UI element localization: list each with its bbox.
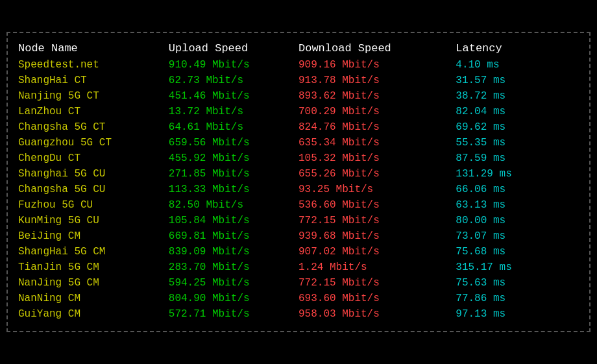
cell-download: 907.02 Mbit/s — [298, 244, 456, 260]
cell-node: BeiJing CM — [18, 228, 169, 244]
cell-node: TianJin 5G CM — [18, 260, 169, 275]
cell-latency: 38.72 ms — [456, 88, 579, 104]
cell-download: 939.68 Mbit/s — [298, 228, 456, 244]
table-row: Guangzhou 5G CT659.56 Mbit/s635.34 Mbit/… — [18, 135, 579, 151]
cell-node: ShangHai CT — [18, 73, 169, 88]
table-row: KunMing 5G CU105.84 Mbit/s772.15 Mbit/s8… — [18, 213, 579, 228]
cell-latency: 75.68 ms — [456, 244, 579, 260]
table-row: Shanghai 5G CU271.85 Mbit/s655.26 Mbit/s… — [18, 166, 579, 182]
table-row: TianJin 5G CM283.70 Mbit/s1.24 Mbit/s315… — [18, 260, 579, 275]
cell-node: ShangHai 5G CM — [18, 244, 169, 260]
cell-download: 893.62 Mbit/s — [298, 88, 456, 104]
table-row: Nanjing 5G CT451.46 Mbit/s893.62 Mbit/s3… — [18, 88, 579, 104]
cell-upload: 572.71 Mbit/s — [169, 306, 298, 322]
cell-node: Nanjing 5G CT — [18, 88, 169, 104]
cell-upload: 455.92 Mbit/s — [169, 151, 298, 166]
cell-download: 655.26 Mbit/s — [298, 166, 456, 182]
cell-download: 772.15 Mbit/s — [298, 275, 456, 291]
cell-latency: 77.86 ms — [456, 291, 579, 306]
cell-latency: 66.06 ms — [456, 182, 579, 197]
cell-latency: 69.62 ms — [456, 119, 579, 135]
cell-upload: 669.81 Mbit/s — [169, 228, 298, 244]
header-upload: Upload Speed — [169, 40, 298, 57]
cell-download: 105.32 Mbit/s — [298, 151, 456, 166]
cell-node: Changsha 5G CT — [18, 119, 169, 135]
cell-download: 635.34 Mbit/s — [298, 135, 456, 151]
cell-upload: 113.33 Mbit/s — [169, 182, 298, 197]
cell-latency: 55.35 ms — [456, 135, 579, 151]
table-row: GuiYang CM572.71 Mbit/s958.03 Mbit/s97.1… — [18, 306, 579, 322]
main-container: Node Name Upload Speed Download Speed La… — [6, 32, 591, 332]
cell-upload: 105.84 Mbit/s — [169, 213, 298, 228]
cell-download: 909.16 Mbit/s — [298, 57, 456, 73]
cell-upload: 64.61 Mbit/s — [169, 119, 298, 135]
speed-table: Node Name Upload Speed Download Speed La… — [18, 40, 579, 322]
cell-node: LanZhou CT — [18, 104, 169, 119]
cell-latency: 31.57 ms — [456, 73, 579, 88]
table-row: BeiJing CM669.81 Mbit/s939.68 Mbit/s73.0… — [18, 228, 579, 244]
cell-download: 536.60 Mbit/s — [298, 197, 456, 213]
table-row: Fuzhou 5G CU82.50 Mbit/s536.60 Mbit/s63.… — [18, 197, 579, 213]
cell-node: NanJing 5G CM — [18, 275, 169, 291]
table-row: ShangHai CT62.73 Mbit/s913.78 Mbit/s31.5… — [18, 73, 579, 88]
cell-latency: 4.10 ms — [456, 57, 579, 73]
header-node: Node Name — [18, 40, 169, 57]
cell-latency: 73.07 ms — [456, 228, 579, 244]
cell-node: KunMing 5G CU — [18, 213, 169, 228]
table-row: NanNing CM804.90 Mbit/s693.60 Mbit/s77.8… — [18, 291, 579, 306]
cell-latency: 315.17 ms — [456, 260, 579, 275]
table-row: Changsha 5G CU113.33 Mbit/s93.25 Mbit/s6… — [18, 182, 579, 197]
cell-download: 93.25 Mbit/s — [298, 182, 456, 197]
cell-download: 824.76 Mbit/s — [298, 119, 456, 135]
cell-upload: 13.72 Mbit/s — [169, 104, 298, 119]
cell-node: Shanghai 5G CU — [18, 166, 169, 182]
cell-upload: 451.46 Mbit/s — [169, 88, 298, 104]
cell-latency: 80.00 ms — [456, 213, 579, 228]
table-row: ChengDu CT455.92 Mbit/s105.32 Mbit/s87.5… — [18, 151, 579, 166]
header-latency: Latency — [456, 40, 579, 57]
cell-download: 913.78 Mbit/s — [298, 73, 456, 88]
cell-latency: 97.13 ms — [456, 306, 579, 322]
cell-latency: 82.04 ms — [456, 104, 579, 119]
cell-download: 958.03 Mbit/s — [298, 306, 456, 322]
cell-upload: 283.70 Mbit/s — [169, 260, 298, 275]
cell-latency: 131.29 ms — [456, 166, 579, 182]
cell-upload: 659.56 Mbit/s — [169, 135, 298, 151]
cell-latency: 87.59 ms — [456, 151, 579, 166]
cell-upload: 910.49 Mbit/s — [169, 57, 298, 73]
table-header-row: Node Name Upload Speed Download Speed La… — [18, 40, 579, 57]
cell-upload: 82.50 Mbit/s — [169, 197, 298, 213]
cell-node: Fuzhou 5G CU — [18, 197, 169, 213]
cell-download: 693.60 Mbit/s — [298, 291, 456, 306]
cell-latency: 63.13 ms — [456, 197, 579, 213]
table-row: LanZhou CT13.72 Mbit/s700.29 Mbit/s82.04… — [18, 104, 579, 119]
cell-upload: 62.73 Mbit/s — [169, 73, 298, 88]
header-download: Download Speed — [298, 40, 456, 57]
cell-upload: 804.90 Mbit/s — [169, 291, 298, 306]
cell-download: 772.15 Mbit/s — [298, 213, 456, 228]
cell-node: ChengDu CT — [18, 151, 169, 166]
table-row: NanJing 5G CM594.25 Mbit/s772.15 Mbit/s7… — [18, 275, 579, 291]
table-row: ShangHai 5G CM839.09 Mbit/s907.02 Mbit/s… — [18, 244, 579, 260]
cell-upload: 594.25 Mbit/s — [169, 275, 298, 291]
cell-node: Guangzhou 5G CT — [18, 135, 169, 151]
cell-node: Changsha 5G CU — [18, 182, 169, 197]
cell-node: NanNing CM — [18, 291, 169, 306]
cell-node: Speedtest.net — [18, 57, 169, 73]
table-row: Speedtest.net910.49 Mbit/s909.16 Mbit/s4… — [18, 57, 579, 73]
cell-download: 700.29 Mbit/s — [298, 104, 456, 119]
cell-upload: 839.09 Mbit/s — [169, 244, 298, 260]
cell-upload: 271.85 Mbit/s — [169, 166, 298, 182]
cell-latency: 75.63 ms — [456, 275, 579, 291]
cell-download: 1.24 Mbit/s — [298, 260, 456, 275]
table-row: Changsha 5G CT64.61 Mbit/s824.76 Mbit/s6… — [18, 119, 579, 135]
cell-node: GuiYang CM — [18, 306, 169, 322]
